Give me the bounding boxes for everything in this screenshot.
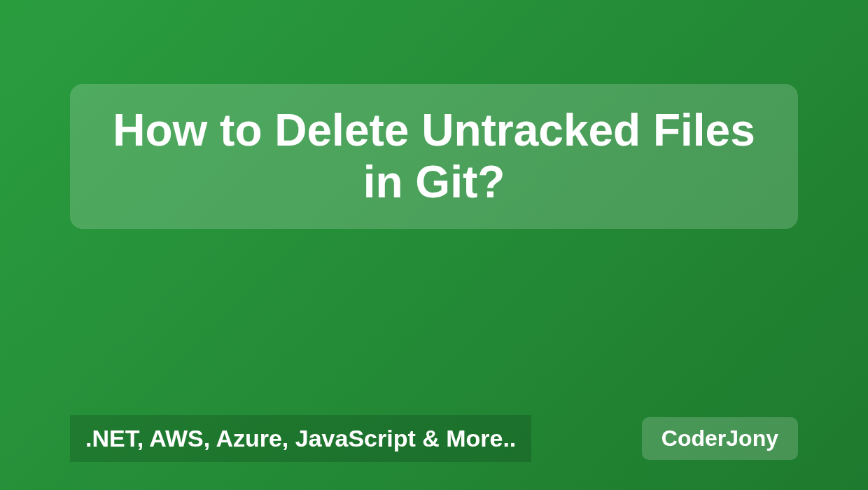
title-card: How to Delete Untracked Files in Git?: [70, 84, 798, 229]
brand-box: CoderJony: [642, 417, 798, 460]
tagline-text: .NET, AWS, Azure, JavaScript & More..: [85, 425, 516, 451]
page-title: How to Delete Untracked Files in Git?: [98, 105, 770, 208]
brand-text: CoderJony: [662, 426, 778, 451]
footer-row: .NET, AWS, Azure, JavaScript & More.. Co…: [70, 415, 798, 462]
tagline-box: .NET, AWS, Azure, JavaScript & More..: [70, 415, 531, 462]
